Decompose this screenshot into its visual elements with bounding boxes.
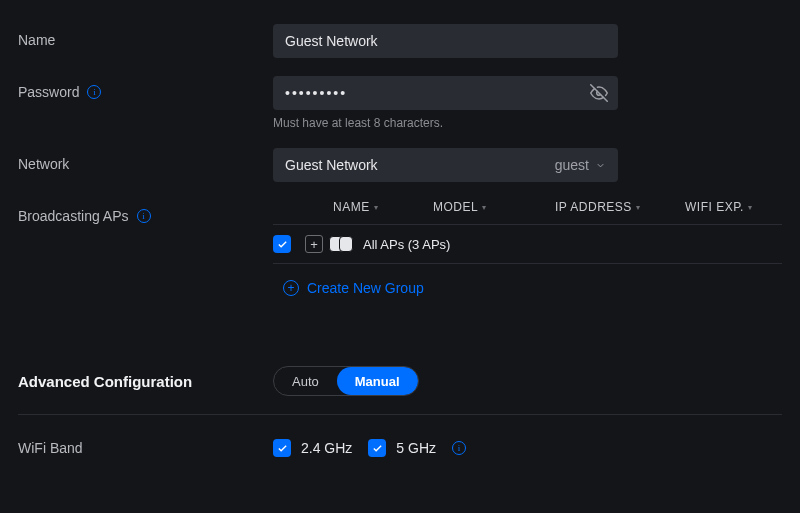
ap-row-label: All APs (3 APs) [363, 237, 450, 252]
col-ip[interactable]: IP ADDRESS▾ [555, 200, 685, 214]
create-group-label: Create New Group [307, 280, 424, 296]
band-5-label: 5 GHz [396, 440, 436, 456]
info-icon[interactable]: i [137, 209, 151, 223]
ap-checkbox[interactable] [273, 235, 291, 253]
wifi-band-label: WiFi Band [18, 440, 273, 456]
info-icon[interactable]: i [452, 441, 466, 455]
password-helper: Must have at least 8 characters. [273, 116, 782, 130]
band-24-label: 2.4 GHz [301, 440, 352, 456]
broadcasting-label: Broadcasting APs [18, 208, 129, 224]
eye-off-icon[interactable] [590, 84, 608, 102]
plus-circle-icon: + [283, 280, 299, 296]
name-input[interactable] [273, 24, 618, 58]
advanced-title: Advanced Configuration [18, 373, 273, 390]
sort-icon: ▾ [748, 203, 753, 212]
expand-button[interactable]: + [305, 235, 323, 253]
col-name[interactable]: NAME▾ [333, 200, 433, 214]
network-tag: guest [555, 157, 589, 173]
network-select[interactable]: Guest Network guest [273, 148, 618, 182]
info-icon[interactable]: i [87, 85, 101, 99]
ap-device-icon [333, 236, 353, 252]
name-label: Name [18, 24, 273, 48]
manual-button[interactable]: Manual [337, 367, 418, 395]
auto-button[interactable]: Auto [274, 367, 337, 395]
col-model[interactable]: MODEL▾ [433, 200, 555, 214]
network-label: Network [18, 148, 273, 172]
band-5-checkbox[interactable] [368, 439, 386, 457]
chevron-down-icon [595, 160, 606, 171]
sort-icon: ▾ [636, 203, 641, 212]
band-24-checkbox[interactable] [273, 439, 291, 457]
sort-icon: ▾ [374, 203, 379, 212]
config-mode-toggle: Auto Manual [273, 366, 419, 396]
network-value: Guest Network [285, 157, 378, 173]
sort-icon: ▾ [482, 203, 487, 212]
password-input[interactable] [273, 76, 618, 110]
ap-table-header: NAME▾ MODEL▾ IP ADDRESS▾ WIFI EXP.▾ [273, 200, 782, 224]
col-wifi[interactable]: WIFI EXP.▾ [685, 200, 782, 214]
password-label: Password [18, 84, 79, 100]
create-group-button[interactable]: + Create New Group [273, 280, 782, 296]
ap-row-all: + All APs (3 APs) [273, 224, 782, 264]
